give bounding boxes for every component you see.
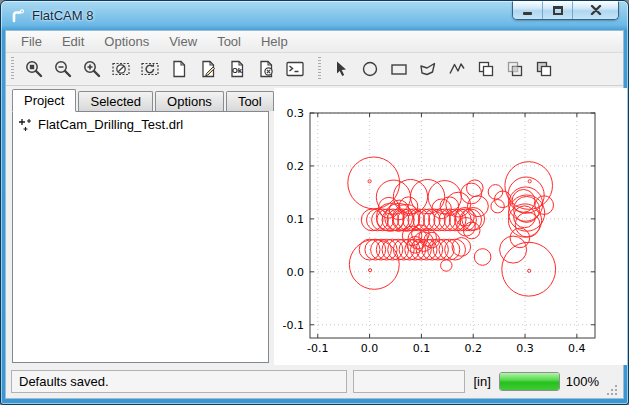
drill-marks-icon xyxy=(18,118,32,132)
update-geometry-button[interactable]: Ok xyxy=(222,56,251,83)
menu-item-help[interactable]: Help xyxy=(251,31,298,52)
y-tick-label: 0.2 xyxy=(287,160,305,173)
menu-item-tool[interactable]: Tool xyxy=(207,31,251,52)
zoom-out-icon xyxy=(53,59,73,79)
x-tick-label: 0.1 xyxy=(413,342,431,355)
close-button[interactable] xyxy=(573,1,618,19)
subtract-icon xyxy=(534,59,554,79)
polygon-intersection-button[interactable] xyxy=(500,56,529,83)
zoom-out-button[interactable] xyxy=(48,56,77,83)
y-tick-label: 0.1 xyxy=(287,213,305,226)
window-title: FlatCAM 8 xyxy=(32,8,93,23)
tab-project[interactable]: Project xyxy=(12,89,76,112)
polygon-icon xyxy=(418,59,438,79)
replot-button[interactable] xyxy=(135,56,164,83)
status-message-panel: Defaults saved. xyxy=(11,370,347,393)
draw-polygon-button[interactable] xyxy=(413,56,442,83)
figure-background xyxy=(274,88,627,365)
client-area: FileEditOptionsViewToolHelp Ok ProjectSe… xyxy=(5,30,624,399)
main-content: ProjectSelectedOptionsTool FlatCam_Drill… xyxy=(6,86,623,365)
delete-object-button[interactable] xyxy=(251,56,280,83)
menu-item-view[interactable]: View xyxy=(159,31,207,52)
menu-item-options[interactable]: Options xyxy=(94,31,159,52)
zoom-in-icon xyxy=(82,59,102,79)
polygon-union-button[interactable] xyxy=(471,56,500,83)
minimize-icon xyxy=(523,12,532,15)
tree-item-label: FlatCam_Drilling_Test.drl xyxy=(38,117,183,132)
edit-document-icon xyxy=(198,59,218,79)
minimize-button[interactable] xyxy=(513,1,543,19)
tab-bar: ProjectSelectedOptionsTool xyxy=(12,88,269,111)
progress-bar xyxy=(499,372,560,391)
new-blank-geometry-button[interactable] xyxy=(164,56,193,83)
caption-button-group xyxy=(512,1,619,20)
new-document-icon xyxy=(169,59,189,79)
flatcam-window: FlatCAM 8 FileEditOptionsViewToolHelp Ok xyxy=(0,0,629,405)
draw-circle-button[interactable] xyxy=(355,56,384,83)
clear-plot-icon xyxy=(111,59,131,79)
progress-bar-fill xyxy=(500,373,559,390)
maximize-button[interactable] xyxy=(543,1,573,19)
tab-selected[interactable]: Selected xyxy=(78,91,153,111)
units-label: [in] xyxy=(471,374,492,389)
draw-rectangle-button[interactable] xyxy=(384,56,413,83)
edit-geometry-button[interactable] xyxy=(193,56,222,83)
shell-button[interactable] xyxy=(280,56,309,83)
resize-grip[interactable] xyxy=(605,383,618,396)
clear-plot-button[interactable] xyxy=(106,56,135,83)
plot-figure: -0.10.00.10.20.30.4-0.10.00.10.20.3 xyxy=(274,88,627,365)
flatcam-app-icon xyxy=(10,8,26,24)
zoom-fit-button[interactable] xyxy=(19,56,48,83)
tab-tool[interactable]: Tool xyxy=(226,91,274,111)
status-secondary-panel xyxy=(353,370,465,393)
draw-path-button[interactable] xyxy=(442,56,471,83)
x-tick-label: 0.3 xyxy=(516,342,534,355)
x-tick-label: 0.4 xyxy=(568,342,586,355)
x-tick-label: 0.2 xyxy=(464,342,482,355)
toolbar-drag-handle[interactable] xyxy=(318,57,321,81)
replot-icon xyxy=(140,59,160,79)
tab-options[interactable]: Options xyxy=(155,91,224,111)
close-icon xyxy=(590,5,602,15)
zoom-in-button[interactable] xyxy=(77,56,106,83)
statusbar: Defaults saved. [in] 100% xyxy=(6,365,623,398)
y-tick-label: 0.0 xyxy=(287,266,305,279)
delete-document-icon xyxy=(256,59,276,79)
menu-item-file[interactable]: File xyxy=(11,31,52,52)
titlebar[interactable]: FlatCAM 8 xyxy=(1,1,628,30)
left-pane: ProjectSelectedOptionsTool FlatCam_Drill… xyxy=(12,88,269,363)
toolbar-drag-handle[interactable] xyxy=(11,57,14,81)
project-tree-item[interactable]: FlatCam_Drilling_Test.drl xyxy=(16,116,265,133)
union-icon xyxy=(476,59,496,79)
maximize-icon xyxy=(553,6,563,15)
rectangle-icon xyxy=(389,59,409,79)
x-tick-label: -0.1 xyxy=(307,342,328,355)
status-message: Defaults saved. xyxy=(19,374,109,389)
select-tool-button[interactable] xyxy=(326,56,355,83)
svg-text:Ok: Ok xyxy=(231,66,242,75)
toolbar: Ok xyxy=(6,53,623,86)
select-arrow-icon xyxy=(331,59,351,79)
project-tree[interactable]: FlatCam_Drilling_Test.drl xyxy=(12,111,269,363)
circle-icon xyxy=(360,59,380,79)
y-tick-label: -0.1 xyxy=(283,319,304,332)
path-icon xyxy=(447,59,467,79)
menu-item-edit[interactable]: Edit xyxy=(52,31,94,52)
plot-canvas[interactable]: -0.10.00.10.20.30.4-0.10.00.10.20.3 xyxy=(274,88,622,363)
intersection-icon xyxy=(505,59,525,79)
polygon-subtract-button[interactable] xyxy=(529,56,558,83)
shell-icon xyxy=(285,59,305,79)
menubar: FileEditOptionsViewToolHelp xyxy=(6,31,623,53)
x-tick-label: 0.0 xyxy=(361,342,379,355)
progress-percent-label: 100% xyxy=(566,374,599,389)
zoom-fit-icon xyxy=(24,59,44,79)
ok-document-icon: Ok xyxy=(227,59,247,79)
y-tick-label: 0.3 xyxy=(287,107,305,120)
